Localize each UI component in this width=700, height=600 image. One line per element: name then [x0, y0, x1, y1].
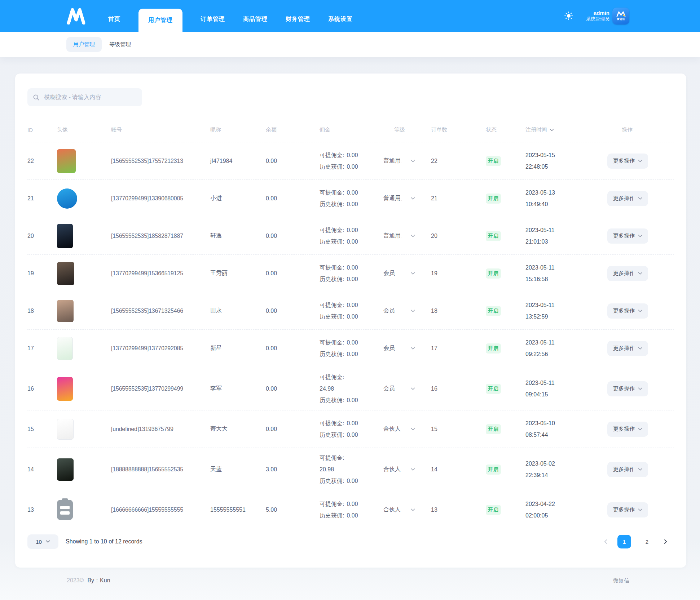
- commission-line: 历史获佣:0.00: [320, 510, 383, 521]
- col-header-account: 账号: [111, 126, 210, 133]
- more-actions-button[interactable]: 更多操作: [607, 191, 648, 206]
- cell-nickname: 田永: [210, 307, 266, 315]
- avatar-image[interactable]: [57, 458, 74, 481]
- cell-balance: 0.00: [266, 233, 320, 239]
- level-select[interactable]: 会员: [383, 307, 431, 315]
- cell-account: [15655552535]17557212313: [111, 158, 210, 164]
- nav-item-system-settings[interactable]: 系统设置: [328, 15, 353, 32]
- chevron-left-icon[interactable]: [603, 539, 608, 544]
- chevron-down-icon: [411, 468, 415, 471]
- level-select[interactable]: 合伙人: [383, 425, 431, 433]
- sort-chevron-icon: [550, 129, 554, 132]
- status-badge: 开启: [486, 384, 501, 394]
- col-header-avatar: 头像: [57, 126, 111, 133]
- nav-item-order-management[interactable]: 订单管理: [201, 15, 225, 32]
- search-input[interactable]: [44, 94, 137, 101]
- subnav-item-user-management[interactable]: 用户管理: [66, 37, 102, 52]
- level-select[interactable]: 会员: [383, 345, 431, 352]
- commission-line: 历史获佣:0.00: [320, 274, 383, 285]
- cell-regtime: 2023-05-1121:01:03: [525, 225, 607, 248]
- level-select[interactable]: 普通用户: [383, 195, 431, 202]
- level-label: 会员: [383, 385, 401, 392]
- user-avatar[interactable]: 微短信: [612, 8, 629, 25]
- avatar-image[interactable]: [57, 377, 73, 401]
- nav-item-user-management[interactable]: 用户管理: [138, 9, 182, 32]
- cell-commission: 可提佣金:0.00历史获佣:0.00: [320, 150, 383, 173]
- chevron-right-icon[interactable]: [663, 539, 668, 544]
- avatar-image[interactable]: [57, 262, 74, 285]
- avatar-image[interactable]: [57, 500, 73, 520]
- regtime-date: 2023-05-02: [525, 458, 607, 470]
- cell-order-count: 14: [431, 466, 486, 473]
- more-actions-button[interactable]: 更多操作: [607, 228, 648, 244]
- cell-id: 13: [27, 507, 57, 513]
- page-button-1[interactable]: 1: [617, 535, 631, 548]
- chevron-down-icon: [411, 387, 415, 390]
- more-actions-label: 更多操作: [613, 195, 635, 202]
- cell-account: [undefined]13193675799: [111, 426, 210, 432]
- more-actions-button[interactable]: 更多操作: [607, 462, 648, 477]
- user-menu[interactable]: admin 系统管理员: [586, 10, 609, 22]
- commission-line: 历史获佣:0.00: [320, 199, 383, 210]
- more-actions-button[interactable]: 更多操作: [607, 422, 648, 437]
- avatar-image[interactable]: [57, 149, 76, 173]
- more-actions-button[interactable]: 更多操作: [607, 341, 648, 356]
- level-select[interactable]: 会员: [383, 270, 431, 277]
- status-badge: 开启: [486, 465, 501, 475]
- regtime-time: 09:04:15: [525, 389, 607, 400]
- nav-item-product-management[interactable]: 商品管理: [243, 15, 268, 32]
- commission-line: 可提佣金:0.00: [320, 498, 383, 510]
- more-actions-button[interactable]: 更多操作: [607, 502, 648, 517]
- more-actions-button[interactable]: 更多操作: [607, 303, 648, 319]
- level-select[interactable]: 合伙人: [383, 506, 431, 514]
- page-size-select[interactable]: 10: [27, 534, 58, 549]
- footer-product-name: 微短信: [613, 577, 629, 584]
- cell-account: [16666666666]15555555555: [111, 507, 210, 513]
- level-select[interactable]: 会员: [383, 385, 431, 392]
- cell-id: 21: [27, 195, 57, 202]
- avatar-image[interactable]: [57, 419, 74, 440]
- more-actions-label: 更多操作: [613, 466, 635, 473]
- regtime-time: 22:48:05: [525, 161, 607, 173]
- cell-commission: 可提佣金:0.00历史获佣:0.00: [320, 187, 383, 210]
- cell-id: 17: [27, 345, 57, 352]
- table-row: 22[15655552535]17557212313jf4719840.00可提…: [27, 142, 674, 179]
- page-button-2[interactable]: 2: [640, 535, 654, 548]
- nav-item-home[interactable]: 首页: [108, 15, 120, 32]
- content-card: ID 头像 账号 昵称 余额 佣金 等级 订单数 状态 注册时间 操作 22[1…: [15, 74, 686, 568]
- cell-balance: 0.00: [266, 426, 320, 432]
- table-body: 22[15655552535]17557212313jf4719840.00可提…: [27, 142, 674, 528]
- avatar-image[interactable]: [57, 337, 73, 360]
- cell-id: 14: [27, 466, 57, 473]
- col-header-id: ID: [27, 127, 57, 133]
- level-select[interactable]: 普通用户: [383, 157, 431, 165]
- cell-commission: 可提佣金:0.00历史获佣:0.00: [320, 498, 383, 521]
- copyright-author: By：Kun: [87, 577, 110, 583]
- cell-balance: 0.00: [266, 308, 320, 314]
- theme-toggle-icon[interactable]: [564, 12, 573, 20]
- cell-nickname: jf471984: [210, 158, 266, 164]
- more-actions-button[interactable]: 更多操作: [607, 266, 648, 281]
- more-actions-button[interactable]: 更多操作: [607, 154, 648, 169]
- commission-line: 可提佣金:0.00: [320, 187, 383, 199]
- level-select[interactable]: 合伙人: [383, 466, 431, 473]
- avatar-image[interactable]: [57, 300, 74, 322]
- chevron-down-icon: [638, 272, 642, 275]
- col-header-regtime-sort[interactable]: 注册时间: [525, 126, 607, 133]
- nav-item-finance-management[interactable]: 财务管理: [286, 15, 310, 32]
- cell-id: 16: [27, 386, 57, 392]
- avatar-image[interactable]: [57, 224, 73, 248]
- more-actions-button[interactable]: 更多操作: [607, 381, 648, 396]
- cell-order-count: 19: [431, 270, 486, 277]
- level-label: 普通用户: [383, 157, 401, 165]
- avatar-image[interactable]: [57, 188, 77, 209]
- subnav-item-level-management[interactable]: 等级管理: [109, 41, 131, 48]
- cell-nickname: 新星: [210, 345, 266, 352]
- table-row: 17[13770299499]13770292085新星0.00可提佣金:0.0…: [27, 329, 674, 367]
- chevron-down-icon: [638, 310, 642, 312]
- table-row: 21[13770299499]13390680005小进0.00可提佣金:0.0…: [27, 179, 674, 217]
- level-select[interactable]: 普通用户: [383, 232, 431, 240]
- regtime-time: 09:22:56: [525, 348, 607, 360]
- regtime-date: 2023-05-11: [525, 225, 607, 236]
- cell-regtime: 2023-05-1109:04:15: [525, 377, 607, 400]
